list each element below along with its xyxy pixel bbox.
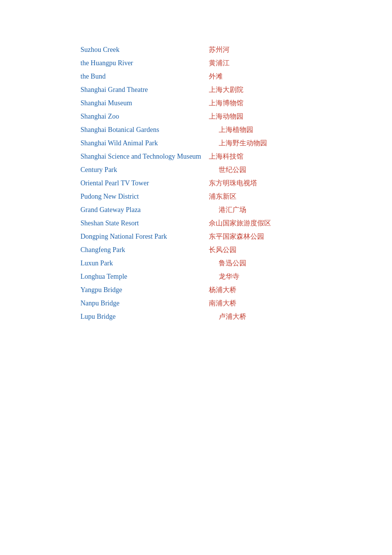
chinese-label: 杨浦大桥: [209, 285, 236, 295]
english-label: Shanghai Museum: [80, 98, 209, 108]
list-item: the Bund外滩: [80, 71, 312, 82]
chinese-label: 东平国家森林公园: [209, 231, 264, 242]
list-item: Shanghai Grand Theatre上海大剧院: [80, 85, 312, 95]
list-item: Sheshan State Resort佘山国家旅游度假区: [80, 218, 312, 228]
english-label: the Bund: [80, 71, 209, 82]
list-item: Shanghai Museum上海博物馆: [80, 98, 312, 108]
list-item: Shanghai Zoo上海动物园: [80, 111, 312, 122]
list-item: Longhua Temple龙华寺: [80, 271, 312, 282]
chinese-label: 鲁迅公园: [219, 258, 246, 268]
chinese-label: 浦东新区: [209, 191, 236, 202]
list-item: Yangpu Bridge杨浦大桥: [80, 285, 312, 295]
chinese-label: 上海科技馆: [209, 151, 243, 162]
list-item: Changfeng Park长风公园: [80, 245, 312, 255]
chinese-label: 佘山国家旅游度假区: [209, 218, 271, 228]
english-label: Shanghai Science and Technology Museum: [80, 151, 209, 162]
chinese-label: 东方明珠电视塔: [209, 178, 257, 188]
list-item: Lupu Bridge卢浦大桥: [80, 311, 312, 322]
english-label: Dongping National Forest Park: [80, 231, 209, 242]
list-item: Grand Gateway Plaza港汇广场: [80, 205, 312, 215]
list-item: the Huangpu River黄浦江: [80, 58, 312, 68]
english-label: Century Park: [80, 165, 209, 175]
english-label: Grand Gateway Plaza: [80, 205, 209, 215]
english-label: Shanghai Grand Theatre: [80, 85, 209, 95]
english-label: Oriental Pearl TV Tower: [80, 178, 209, 188]
english-label: Changfeng Park: [80, 245, 209, 255]
chinese-label: 卢浦大桥: [219, 311, 246, 322]
english-label: Shanghai Botanical Gardens: [80, 125, 209, 135]
list-item: Luxun Park鲁迅公园: [80, 258, 312, 268]
chinese-label: 外滩: [209, 71, 223, 82]
list-item: Shanghai Wild Animal Park上海野生动物园: [80, 138, 312, 148]
chinese-label: 世纪公园: [219, 165, 246, 175]
chinese-label: 黄浦江: [209, 58, 230, 68]
main-content: Suzhou Creek苏州河the Huangpu River黄浦江the B…: [0, 0, 392, 364]
english-label: Suzhou Creek: [80, 44, 209, 55]
chinese-label: 港汇广场: [219, 205, 246, 215]
list-item: Nanpu Bridge南浦大桥: [80, 298, 312, 308]
english-label: Longhua Temple: [80, 271, 209, 282]
list-item: Pudong New District浦东新区: [80, 191, 312, 202]
english-label: Shanghai Wild Animal Park: [80, 138, 209, 148]
chinese-label: 上海动物园: [209, 111, 243, 122]
chinese-label: 苏州河: [209, 44, 230, 55]
english-label: Shanghai Zoo: [80, 111, 209, 122]
chinese-label: 龙华寺: [219, 271, 239, 282]
chinese-label: 上海植物园: [219, 125, 253, 135]
entries-list: Suzhou Creek苏州河the Huangpu River黄浦江the B…: [80, 44, 312, 322]
chinese-label: 上海博物馆: [209, 98, 243, 108]
english-label: Nanpu Bridge: [80, 298, 209, 308]
list-item: Shanghai Botanical Gardens上海植物园: [80, 125, 312, 135]
chinese-label: 长风公园: [209, 245, 236, 255]
list-item: Shanghai Science and Technology Museum上海…: [80, 151, 312, 162]
list-item: Oriental Pearl TV Tower东方明珠电视塔: [80, 178, 312, 188]
list-item: Dongping National Forest Park东平国家森林公园: [80, 231, 312, 242]
chinese-label: 上海野生动物园: [219, 138, 267, 148]
english-label: Yangpu Bridge: [80, 285, 209, 295]
list-item: Suzhou Creek苏州河: [80, 44, 312, 55]
english-label: the Huangpu River: [80, 58, 209, 68]
english-label: Lupu Bridge: [80, 311, 209, 322]
english-label: Luxun Park: [80, 258, 209, 268]
english-label: Pudong New District: [80, 191, 209, 202]
list-item: Century Park世纪公园: [80, 165, 312, 175]
chinese-label: 上海大剧院: [209, 85, 243, 95]
chinese-label: 南浦大桥: [209, 298, 236, 308]
english-label: Sheshan State Resort: [80, 218, 209, 228]
